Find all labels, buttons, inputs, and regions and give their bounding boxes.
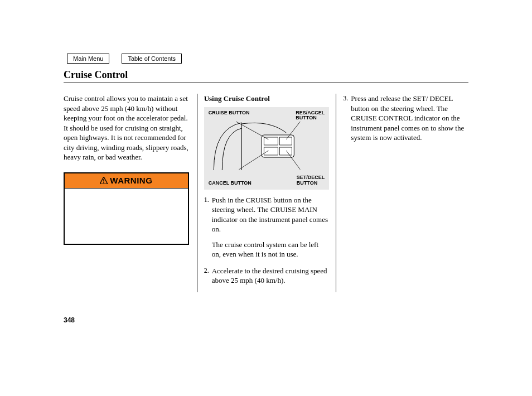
- steering-diagram: CRUISE BUTTON RES/ACCELBUTTON CANCEL BUT…: [204, 107, 330, 190]
- step-1-text: Push in the CRUISE button on the steerin…: [212, 196, 328, 234]
- step-1-number: 1.: [204, 195, 212, 259]
- step-2: 2. Accelerate to the desired cruising sp…: [204, 266, 330, 286]
- diagram-label-cruise: CRUISE BUTTON: [209, 110, 250, 116]
- main-menu-button[interactable]: Main Menu: [67, 54, 109, 64]
- svg-rect-6: [279, 137, 292, 145]
- svg-rect-7: [279, 147, 292, 155]
- column-3: 3. Press and release the SET/ DECEL butt…: [336, 94, 468, 292]
- svg-line-8: [236, 122, 268, 139]
- steps-col3: 3. Press and release the SET/ DECEL butt…: [343, 94, 468, 143]
- step-3-number: 3.: [343, 94, 351, 143]
- step-1-note: The cruise control system can be left on…: [212, 240, 330, 259]
- warning-icon: [100, 177, 108, 184]
- step-3: 3. Press and release the SET/ DECEL butt…: [343, 94, 468, 143]
- step-3-text: Press and release the SET/ DECEL button …: [351, 94, 468, 143]
- content-columns: Cruise control allows you to maintain a …: [64, 94, 468, 292]
- diagram-label-setdecel: SET/DECELBUTTON: [297, 175, 325, 186]
- steering-wheel-illustration: [204, 117, 330, 173]
- svg-line-10: [239, 151, 268, 170]
- step-1: 1. Push in the CRUISE button on the stee…: [204, 195, 330, 259]
- diagram-label-cancel: CANCEL BUTTON: [209, 181, 252, 186]
- toc-button[interactable]: Table of Contents: [122, 54, 182, 64]
- column-2: Using Cruise Control CRUISE BUTTON RES/A…: [197, 94, 337, 292]
- using-cruise-heading: Using Cruise Control: [204, 94, 330, 104]
- warning-header: WARNING: [65, 173, 188, 189]
- step-2-number: 2.: [204, 266, 212, 286]
- header-nav: Main Menu Table of Contents: [67, 54, 182, 64]
- svg-rect-5: [264, 147, 278, 155]
- page-title: Cruise Control: [64, 68, 468, 83]
- svg-point-2: [103, 182, 104, 183]
- steps-col2: 1. Push in the CRUISE button on the stee…: [204, 195, 330, 286]
- warning-label: WARNING: [110, 175, 152, 186]
- intro-paragraph: Cruise control allows you to maintain a …: [64, 94, 189, 162]
- warning-box: WARNING: [64, 172, 189, 245]
- step-2-text: Accelerate to the desired cruising speed…: [212, 266, 330, 286]
- page-number: 348: [64, 316, 75, 325]
- column-1: Cruise control allows you to maintain a …: [64, 94, 197, 292]
